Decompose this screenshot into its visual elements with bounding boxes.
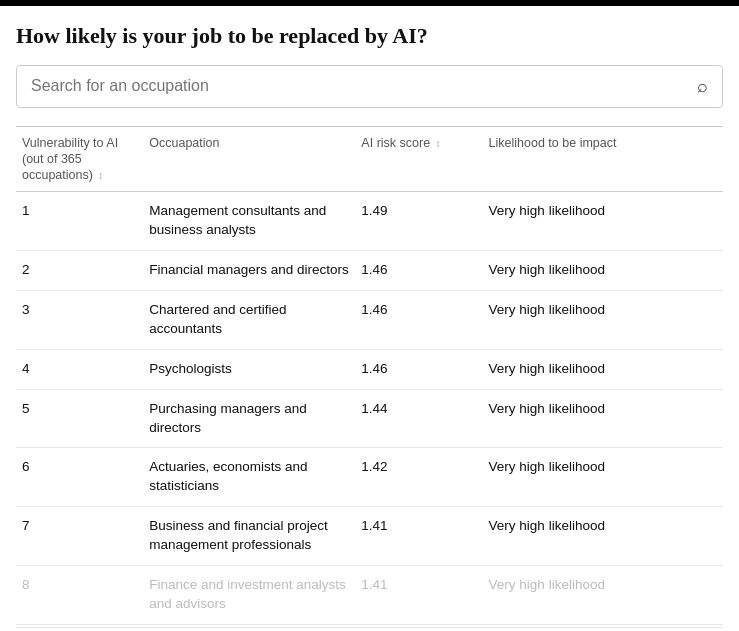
cell-risk-score: 1.49 <box>355 192 482 251</box>
cell-likelihood: Very high likelihood <box>483 566 723 625</box>
footer-note: AI risk score has been grouped into band… <box>16 627 723 631</box>
cell-rank: 4 <box>16 349 143 389</box>
cell-likelihood: Very high likelihood <box>483 349 723 389</box>
cell-risk-score: 1.41 <box>355 507 482 566</box>
sort-arrows-vulnerability[interactable]: ↕ <box>98 169 103 182</box>
table-row: 1 Management consultants and business an… <box>16 192 723 251</box>
table-row: 7 Business and financial project managem… <box>16 507 723 566</box>
cell-occupation: Chartered and certified accountants <box>143 291 355 350</box>
table-row: 8 Finance and investment analysts and ad… <box>16 566 723 625</box>
cell-risk-score: 1.46 <box>355 291 482 350</box>
cell-rank: 6 <box>16 448 143 507</box>
cell-likelihood: Very high likelihood <box>483 448 723 507</box>
table-row: 4 Psychologists 1.46 Very high likelihoo… <box>16 349 723 389</box>
cell-rank: 3 <box>16 291 143 350</box>
cell-likelihood: Very high likelihood <box>483 291 723 350</box>
cell-likelihood: Very high likelihood <box>483 389 723 448</box>
cell-occupation: Actuaries, economists and statisticians <box>143 448 355 507</box>
search-icon[interactable]: ⌕ <box>697 76 708 97</box>
col-header-vulnerability: Vulnerability to AI (out of 365 occupati… <box>16 126 143 192</box>
occupation-table: Vulnerability to AI (out of 365 occupati… <box>16 126 723 625</box>
cell-occupation: Psychologists <box>143 349 355 389</box>
cell-rank: 1 <box>16 192 143 251</box>
table-body: 1 Management consultants and business an… <box>16 192 723 624</box>
cell-likelihood: Very high likelihood <box>483 192 723 251</box>
cell-likelihood: Very high likelihood <box>483 251 723 291</box>
page-title: How likely is your job to be replaced by… <box>16 22 723 51</box>
cell-risk-score: 1.44 <box>355 389 482 448</box>
cell-risk-score: 1.41 <box>355 566 482 625</box>
table-header-row: Vulnerability to AI (out of 365 occupati… <box>16 126 723 192</box>
cell-occupation: Finance and investment analysts and advi… <box>143 566 355 625</box>
cell-occupation: Management consultants and business anal… <box>143 192 355 251</box>
cell-rank: 5 <box>16 389 143 448</box>
search-bar[interactable]: ⌕ <box>16 65 723 108</box>
content-area: How likely is your job to be replaced by… <box>0 6 739 631</box>
cell-rank: 8 <box>16 566 143 625</box>
page-container: How likely is your job to be replaced by… <box>0 0 739 631</box>
cell-rank: 7 <box>16 507 143 566</box>
cell-risk-score: 1.46 <box>355 349 482 389</box>
cell-rank: 2 <box>16 251 143 291</box>
cell-risk-score: 1.46 <box>355 251 482 291</box>
cell-likelihood: Very high likelihood <box>483 507 723 566</box>
search-input[interactable] <box>31 77 697 95</box>
cell-risk-score: 1.42 <box>355 448 482 507</box>
table-row: 5 Purchasing managers and directors 1.44… <box>16 389 723 448</box>
cell-occupation: Purchasing managers and directors <box>143 389 355 448</box>
table-row: 2 Financial managers and directors 1.46 … <box>16 251 723 291</box>
table-row: 6 Actuaries, economists and statistician… <box>16 448 723 507</box>
cell-occupation: Business and financial project managemen… <box>143 507 355 566</box>
col-header-likelihood: Likelihood to be impact <box>483 126 723 192</box>
col-header-occupation: Occuapation <box>143 126 355 192</box>
sort-arrows-risk[interactable]: ↕ <box>436 137 441 150</box>
cell-occupation: Financial managers and directors <box>143 251 355 291</box>
table-row: 3 Chartered and certified accountants 1.… <box>16 291 723 350</box>
col-header-risk-score: AI risk score ↕ <box>355 126 482 192</box>
